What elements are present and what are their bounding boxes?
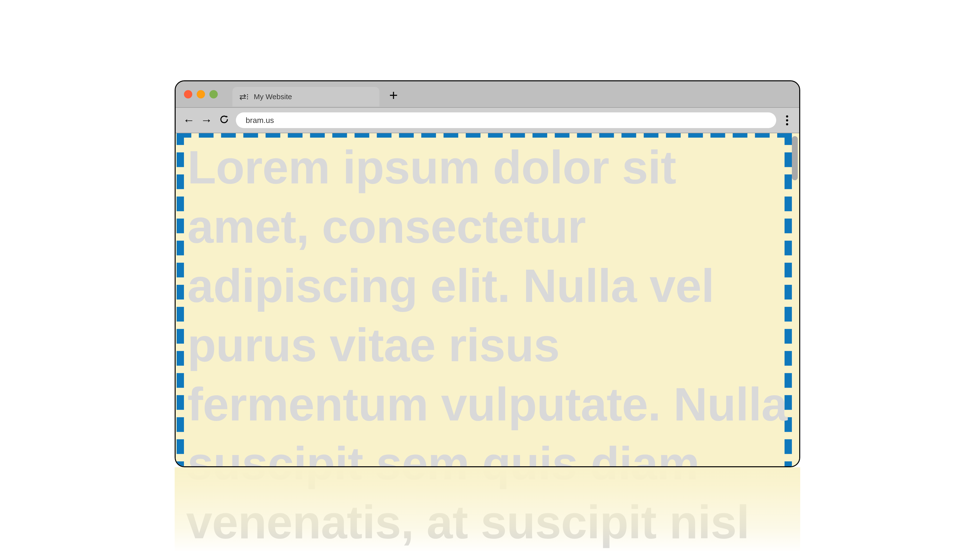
- window-controls: [184, 90, 218, 98]
- browser-menu-button[interactable]: [782, 115, 792, 125]
- canvas-top-mask: [0, 0, 980, 80]
- page-body-text: Lorem ipsum dolor sit amet, consectetur …: [188, 138, 790, 466]
- close-window-button[interactable]: [184, 90, 192, 98]
- page-viewport[interactable]: Lorem ipsum dolor sit amet, consectetur …: [176, 133, 799, 466]
- back-button[interactable]: ←: [183, 114, 195, 126]
- maximize-window-button[interactable]: [209, 90, 218, 98]
- browser-window: ⇄⁝ My Website + ← → bram.us Lorem ipsum …: [175, 80, 800, 467]
- forward-button[interactable]: →: [200, 114, 212, 126]
- reload-icon: [219, 114, 229, 124]
- browser-tab[interactable]: ⇄⁝ My Website: [232, 87, 379, 106]
- site-icon: ⇄⁝: [239, 92, 249, 101]
- new-tab-button[interactable]: +: [389, 88, 398, 103]
- url-text: bram.us: [246, 116, 274, 125]
- address-bar[interactable]: bram.us: [236, 113, 776, 128]
- reload-button[interactable]: [218, 114, 230, 126]
- toolbar: ← → bram.us: [176, 108, 799, 133]
- bottom-fade: [175, 467, 800, 551]
- tab-bar: ⇄⁝ My Website +: [176, 81, 799, 108]
- tab-title: My Website: [254, 92, 292, 101]
- scrollbar-thumb[interactable]: [792, 136, 798, 180]
- minimize-window-button[interactable]: [197, 90, 205, 98]
